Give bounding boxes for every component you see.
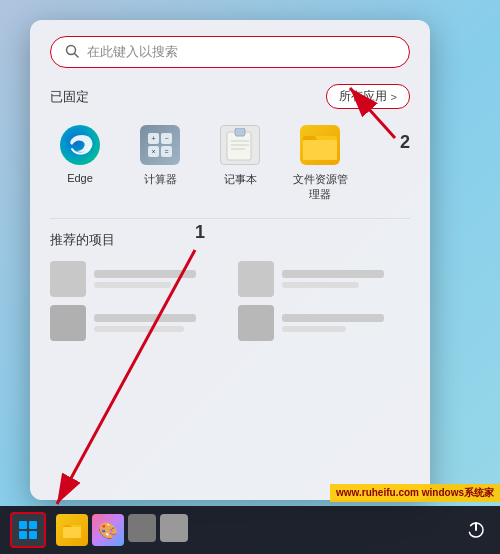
svg-rect-9: [303, 140, 337, 160]
svg-line-1: [75, 53, 79, 57]
pinned-section-header: 已固定 所有应用: [30, 80, 430, 119]
rec-text-4: [282, 314, 410, 332]
explorer-app-icon: [298, 123, 342, 167]
rec-text-2: [282, 270, 410, 288]
taskbar-icons: 🎨: [56, 514, 188, 546]
rec-text-3: [94, 314, 222, 332]
svg-point-2: [60, 125, 100, 165]
notepad-label: 记事本: [224, 172, 257, 187]
windows-logo-icon: [19, 521, 37, 539]
start-menu: 在此键入以搜索 已固定 所有应用: [30, 20, 430, 500]
rec-thumb-3: [50, 305, 86, 341]
taskbar-app-icon-2[interactable]: [160, 514, 188, 542]
taskbar: 🎨: [0, 506, 500, 554]
edge-label: Edge: [67, 172, 93, 184]
rec-line2-1: [94, 282, 171, 288]
rec-line1-2: [282, 270, 384, 278]
rec-line2-2: [282, 282, 359, 288]
watermark-site: www.ruheifu.com: [336, 487, 419, 498]
rec-line1-1: [94, 270, 196, 278]
edge-app-icon: [58, 123, 102, 167]
app-item-notepad[interactable]: 记事本: [210, 123, 270, 202]
search-icon: [65, 44, 79, 61]
pinned-apps-grid: Edge + − × = 计算器: [30, 119, 430, 218]
power-button[interactable]: [462, 516, 490, 544]
search-placeholder-text: 在此键入以搜索: [87, 43, 178, 61]
taskbar-right: [462, 516, 490, 544]
section-divider: [50, 218, 410, 219]
recommended-items: [50, 261, 410, 341]
app-item-edge[interactable]: Edge: [50, 123, 110, 202]
notepad-app-icon: [218, 123, 262, 167]
rec-text-1: [94, 270, 222, 288]
rec-row-1: [50, 261, 410, 297]
app-item-explorer[interactable]: 文件资源管理器: [290, 123, 350, 202]
taskbar-app-icon-1[interactable]: [128, 514, 156, 542]
svg-rect-4: [235, 128, 245, 136]
calculator-label: 计算器: [144, 172, 177, 187]
taskbar-file-explorer-icon[interactable]: [56, 514, 88, 546]
rec-line2-3: [94, 326, 184, 332]
taskbar-paint-icon[interactable]: 🎨: [92, 514, 124, 546]
rec-item-2: [238, 261, 410, 297]
rec-line1-4: [282, 314, 384, 322]
rec-row-2: [50, 305, 410, 341]
watermark-brand: windows系统家: [422, 487, 494, 498]
watermark: www.ruheifu.com windows系统家: [330, 484, 500, 502]
rec-item-4: [238, 305, 410, 341]
rec-thumb-4: [238, 305, 274, 341]
start-button[interactable]: [10, 512, 46, 548]
app-item-calculator[interactable]: + − × = 计算器: [130, 123, 190, 202]
rec-item-3: [50, 305, 222, 341]
svg-rect-17: [63, 527, 81, 538]
search-bar[interactable]: 在此键入以搜索: [50, 36, 410, 68]
pinned-title: 已固定: [50, 88, 89, 106]
rec-line2-4: [282, 326, 346, 332]
calc-app-icon: + − × =: [138, 123, 182, 167]
rec-thumb-1: [50, 261, 86, 297]
explorer-label: 文件资源管理器: [290, 172, 350, 202]
recommended-section: 推荐的项目: [30, 231, 430, 341]
rec-thumb-2: [238, 261, 274, 297]
recommended-title: 推荐的项目: [50, 231, 410, 249]
rec-item-1: [50, 261, 222, 297]
rec-line1-3: [94, 314, 196, 322]
all-apps-button[interactable]: 所有应用: [326, 84, 410, 109]
desktop: 在此键入以搜索 已固定 所有应用: [0, 0, 500, 554]
